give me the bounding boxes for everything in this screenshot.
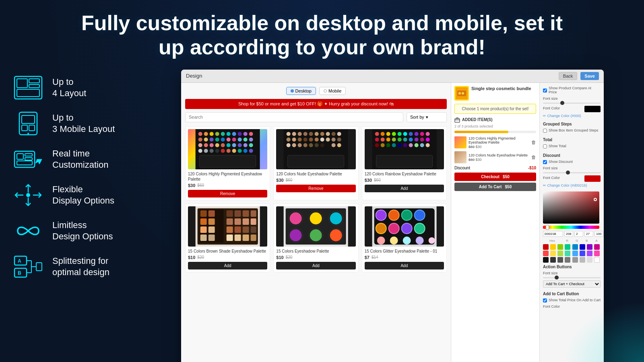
remove-btn-1[interactable]: Remove [188, 190, 267, 197]
added-info-1: 120 Colors Highly Pigmented Eyeshadow Pa… [469, 136, 529, 149]
svg-rect-148 [235, 210, 241, 217]
swatch-11[interactable] [557, 251, 563, 256]
svg-point-80 [332, 132, 336, 136]
swatch-9[interactable] [543, 251, 549, 256]
hue-slider[interactable] [543, 226, 599, 229]
a-input[interactable] [594, 231, 603, 237]
swatch-16[interactable] [594, 251, 600, 256]
svg-point-130 [409, 143, 413, 147]
change-color-btn-2[interactable]: ✏ Change Color (#d0021b) [543, 183, 587, 187]
add-btn-6[interactable]: Add [365, 262, 444, 269]
color-picker-cursor [594, 198, 597, 201]
show-total-checkbox[interactable] [543, 144, 547, 148]
added-thumb-1 [454, 136, 466, 148]
swatch-14[interactable] [580, 251, 585, 256]
price-row-3: $30 $60 [365, 178, 444, 183]
svg-text:B: B [18, 270, 21, 276]
b-input[interactable] [584, 231, 593, 237]
swatch-22[interactable] [580, 257, 585, 263]
design-panel-wrapper: Design Back Save Desktop [149, 68, 640, 362]
swatch-8[interactable] [594, 244, 600, 250]
delete-item-2[interactable]: 🗑 [531, 154, 536, 160]
svg-point-82 [287, 138, 291, 142]
back-button[interactable]: Back [559, 72, 577, 80]
delete-item-1[interactable]: 🗑 [531, 140, 536, 145]
svg-point-54 [221, 143, 225, 147]
compare-price-checkbox[interactable] [543, 88, 547, 93]
font-color-swatch-2[interactable] [584, 175, 601, 182]
save-button[interactable]: Save [580, 72, 599, 80]
desktop-toggle[interactable]: Desktop [286, 87, 316, 95]
design-panel: Design Back Save Desktop [181, 70, 604, 362]
show-discount-checkbox[interactable] [543, 160, 547, 164]
box-item-checkbox[interactable] [543, 129, 547, 133]
swatch-6[interactable] [580, 244, 585, 250]
change-color-btn-1[interactable]: ✏ Change Color (#000) [543, 114, 581, 118]
svg-point-33 [215, 132, 219, 136]
svg-point-87 [315, 138, 319, 142]
action-dropdown[interactable]: Add To Cart + Checkout [543, 280, 601, 288]
swatch-20[interactable] [565, 257, 570, 263]
product-area[interactable]: Desktop Mobile Shop for $50 or more and … [181, 83, 451, 362]
svg-point-108 [397, 132, 401, 136]
swatch-19[interactable] [557, 257, 563, 263]
action-font-slider[interactable] [543, 277, 601, 278]
add-to-cart-button[interactable]: Add To Cart $50 [454, 183, 536, 191]
search-input[interactable] [185, 112, 403, 122]
show-discount-label: Show Discount [549, 160, 573, 164]
layout-icon [12, 75, 44, 101]
compare-price-section: Show Product Compare At Price Font size … [543, 86, 601, 118]
svg-point-116 [386, 138, 390, 142]
swatch-24[interactable] [594, 257, 600, 263]
swatch-3[interactable] [557, 244, 563, 250]
swatch-1[interactable] [543, 244, 549, 250]
r-input[interactable] [564, 231, 573, 237]
swatch-21[interactable] [572, 257, 578, 263]
swatch-15[interactable] [587, 251, 592, 256]
feature-limitless: Limitless Design Options [12, 215, 141, 247]
swatch-10[interactable] [550, 251, 556, 256]
svg-rect-154 [251, 218, 256, 225]
svg-rect-7 [22, 125, 27, 131]
svg-rect-142 [200, 226, 207, 233]
svg-point-72 [287, 132, 291, 136]
add-btn-5[interactable]: Add [276, 262, 355, 269]
swatch-4[interactable] [565, 244, 570, 250]
svg-point-84 [298, 138, 302, 142]
svg-rect-141 [208, 218, 215, 225]
product-card-3: #2 [362, 126, 447, 200]
product-image-4 [188, 206, 267, 247]
add-btn-3[interactable]: Add [365, 185, 444, 192]
g-input[interactable] [574, 231, 583, 237]
swatch-23[interactable] [587, 257, 592, 263]
svg-point-46 [232, 138, 236, 142]
swatch-17[interactable] [543, 257, 549, 263]
color-picker-area[interactable] [543, 191, 599, 224]
add-btn-4[interactable]: Add [188, 262, 267, 269]
remove-btn-2[interactable]: Remove [276, 185, 355, 192]
box-item-label: Show Box Item Grouped Steps [549, 128, 599, 132]
swatch-12[interactable] [565, 251, 570, 256]
feature-display-text: Flexible Display Options [52, 184, 114, 207]
font-color-swatch-1[interactable] [584, 106, 601, 112]
sort-label: Sort by [410, 115, 424, 119]
show-total-price-checkbox[interactable] [543, 298, 547, 302]
svg-point-90 [332, 138, 336, 142]
swatch-13[interactable] [572, 251, 578, 256]
hex-input[interactable] [543, 231, 563, 237]
swatch-18[interactable] [550, 257, 556, 263]
product-image-2 [276, 129, 355, 169]
svg-point-30 [198, 132, 202, 136]
swatch-2[interactable] [550, 244, 556, 250]
svg-point-79 [326, 132, 330, 136]
mobile-toggle[interactable]: Mobile [319, 87, 346, 95]
font-size-slider[interactable] [543, 103, 601, 104]
discount-font-slider[interactable] [543, 172, 601, 173]
add-to-cart-section: Add to Cart Button Show Total Price On A… [543, 292, 601, 309]
sort-select[interactable]: Sort by ▾ [407, 112, 447, 122]
swatch-5[interactable] [572, 244, 578, 250]
swatch-7[interactable] [587, 244, 592, 250]
svg-point-113 [425, 132, 429, 136]
svg-point-59 [249, 143, 253, 147]
checkout-button[interactable]: Checkout $50 [454, 173, 536, 181]
